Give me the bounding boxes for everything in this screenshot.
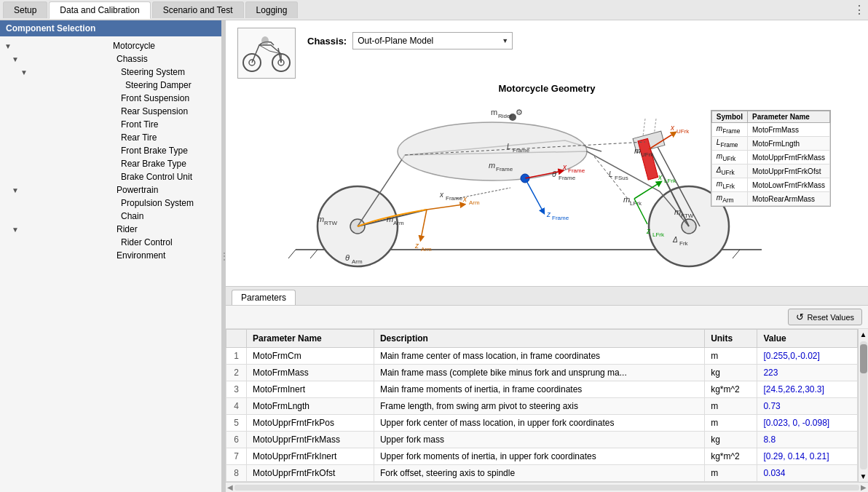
legend-row-4: ΔUFrk MotoUpprFrntFrkOfst — [711, 164, 829, 178]
legend-table: Symbol Parameter Name mFrame MotoFrmMass… — [711, 110, 831, 207]
sidebar-item-rider[interactable]: Rider — [0, 223, 221, 236]
svg-text:LFrk: LFrk — [652, 231, 665, 238]
tab-setup[interactable]: Setup — [3, 1, 47, 18]
reset-icon: ↺ — [796, 312, 804, 322]
tab-bar: Setup Data and Calibration Scenario and … — [0, 0, 868, 20]
params-area: Parameters ↺ Reset Values Parameter Name — [226, 286, 868, 492]
svg-line-71 — [427, 205, 463, 210]
chassis-label: Chassis: — [307, 36, 347, 47]
arrow-chassis — [12, 55, 117, 63]
sidebar-label-front-suspension: Front Suspension — [121, 93, 221, 103]
params-tab[interactable]: Parameters — [232, 290, 296, 305]
sidebar-label-front-brake: Front Brake Type — [121, 146, 221, 156]
legend-col-symbol: Symbol — [711, 111, 747, 123]
sidebar-label-front-tire: Front Tire — [121, 119, 221, 130]
svg-text:UFrk: UFrk — [641, 151, 654, 158]
legend-row-6: mArm MotoRearArmMass — [711, 192, 829, 206]
chassis-image — [237, 28, 296, 79]
menu-dots-icon[interactable]: ⋮ — [853, 3, 865, 17]
table-wrapper[interactable]: Parameter Name Description Units Value 1… — [226, 329, 858, 482]
tab-data-calibration[interactable]: Data and Calibration — [49, 1, 150, 19]
sidebar-label-chassis: Chassis — [117, 54, 221, 64]
sidebar-item-rider-control[interactable]: Rider Control — [0, 236, 221, 249]
table-row: 8 MotoUpprFrntFrkOfst Fork offset, steer… — [226, 465, 858, 482]
sidebar-label-chain: Chain — [121, 211, 221, 221]
chassis-label-row: Chassis: Out-of-Plane Model — [307, 32, 513, 49]
svg-text:x: x — [439, 191, 444, 199]
sidebar-item-chassis[interactable]: Chassis — [0, 52, 221, 66]
table-row: 1 MotoFrmCm Main frame center of mass lo… — [226, 348, 858, 365]
table-row: 2 MotoFrmMass Main frame mass (complete … — [226, 365, 858, 381]
svg-line-14 — [733, 250, 740, 258]
horizontal-scrollbar[interactable]: ◀ ▶ — [226, 482, 868, 492]
svg-text:Arm: Arm — [352, 258, 363, 265]
svg-text:RTW: RTW — [324, 220, 338, 226]
svg-text:m: m — [489, 161, 495, 170]
svg-text:z: z — [546, 210, 551, 218]
reset-label: Reset Values — [807, 313, 854, 322]
sidebar-label-rear-brake: Rear Brake Type — [121, 159, 221, 169]
sidebar-item-brake-control[interactable]: Brake Control Unit — [0, 170, 221, 183]
svg-text:θ: θ — [552, 170, 556, 178]
svg-text:⚙: ⚙ — [516, 108, 523, 116]
sidebar-label-brake-control: Brake Control Unit — [121, 172, 221, 182]
svg-text:m: m — [623, 195, 630, 204]
h-scroll-track[interactable] — [234, 485, 859, 491]
svg-text:m: m — [491, 108, 497, 116]
svg-text:Frame: Frame — [552, 215, 569, 221]
sidebar-item-chain[interactable]: Chain — [0, 210, 221, 223]
sidebar-label-steering-system: Steering System — [121, 67, 221, 77]
arrow-motorcycle — [4, 42, 113, 50]
svg-text:Arm: Arm — [469, 199, 480, 206]
col-param-name: Parameter Name — [247, 330, 374, 348]
sidebar-item-rear-tire[interactable]: Rear Tire — [0, 131, 221, 144]
scroll-track[interactable] — [860, 341, 867, 469]
sidebar-item-front-brake[interactable]: Front Brake Type — [0, 144, 221, 157]
chassis-model-select[interactable]: Out-of-Plane Model — [352, 32, 513, 49]
svg-text:Frame: Frame — [513, 147, 530, 154]
scroll-right-btn[interactable]: ▶ — [861, 483, 867, 491]
sidebar-item-steering-damper[interactable]: Steering Damper — [0, 79, 221, 92]
svg-text:FTW: FTW — [681, 213, 694, 219]
diagram-container: m Rider ⚙ L Frame m Frame θ Frame — [237, 97, 835, 286]
svg-text:x: x — [658, 173, 663, 181]
svg-text:LFrk: LFrk — [664, 178, 676, 184]
legend-row-2: LFrame MotoFrmLngth — [711, 137, 829, 151]
sidebar-item-front-tire[interactable]: Front Tire — [0, 118, 221, 131]
svg-text:z: z — [646, 227, 651, 235]
chassis-config: Chassis: Out-of-Plane Model — [307, 28, 513, 49]
sidebar-item-rear-brake[interactable]: Rear Brake Type — [0, 157, 221, 170]
table-row: 5 MotoUpprFrntFrkPos Upper fork center o… — [226, 415, 858, 432]
params-table: Parameter Name Description Units Value 1… — [226, 329, 858, 482]
sidebar-label-rear-tire: Rear Tire — [121, 132, 221, 143]
sidebar-item-motorcycle[interactable]: Motorcycle — [0, 39, 221, 52]
scroll-left-btn[interactable]: ◀ — [227, 483, 233, 491]
scroll-up-btn[interactable]: ▲ — [859, 329, 868, 340]
legend-col-param: Parameter Name — [747, 111, 829, 123]
svg-text:Frame: Frame — [568, 167, 585, 174]
vertical-scrollbar[interactable]: ▲ ▼ — [858, 329, 868, 482]
table-row: 4 MotoFrmLngth Frame length, from swing … — [226, 398, 858, 415]
tab-scenario-test[interactable]: Scenario and Test — [152, 1, 244, 18]
svg-text:Arm: Arm — [421, 246, 432, 253]
svg-text:UFrk: UFrk — [676, 128, 690, 135]
svg-text:m: m — [317, 215, 324, 223]
svg-text:Arm: Arm — [393, 220, 404, 226]
sidebar-item-steering-system[interactable]: Steering System — [0, 66, 221, 79]
sidebar-item-propulsion[interactable]: Propulsion System — [0, 197, 221, 210]
scroll-thumb[interactable] — [860, 344, 867, 373]
sidebar-item-front-suspension[interactable]: Front Suspension — [0, 92, 221, 105]
sidebar-item-powertrain[interactable]: Powertrain — [0, 183, 221, 197]
svg-line-55 — [634, 183, 660, 199]
svg-text:m: m — [387, 215, 393, 223]
reset-values-button[interactable]: ↺ Reset Values — [788, 309, 862, 325]
diagram-title: Motorcycle Geometry — [237, 83, 856, 94]
diagram-area: Motorcycle Geometry — [226, 83, 868, 286]
tab-logging[interactable]: Logging — [245, 1, 299, 18]
sidebar-item-rear-suspension[interactable]: Rear Suspension — [0, 105, 221, 118]
main-area: Component Selection Motorcycle Chassis S… — [0, 20, 868, 492]
scroll-down-btn[interactable]: ▼ — [859, 471, 868, 482]
sidebar-item-environment[interactable]: Environment — [0, 249, 221, 262]
svg-point-5 — [261, 36, 269, 45]
svg-text:Frame: Frame — [496, 166, 513, 172]
